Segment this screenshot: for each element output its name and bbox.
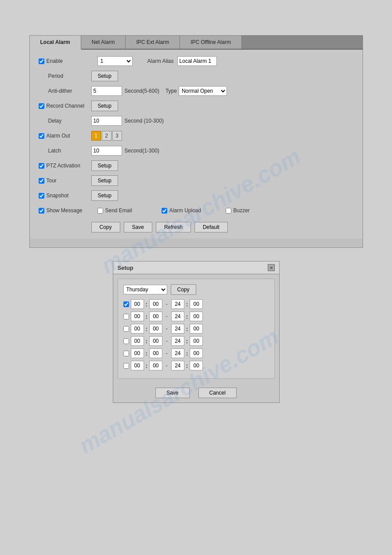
time-row-2-to-m[interactable] bbox=[190, 312, 203, 321]
time-row-5-to-h[interactable] bbox=[171, 348, 184, 358]
time-row-3-from-m[interactable] bbox=[149, 324, 162, 334]
time-sep-5a: : bbox=[146, 350, 147, 357]
day-select[interactable]: Thursday bbox=[123, 285, 167, 294]
delay-label: Delay bbox=[39, 118, 91, 124]
record-checkbox[interactable] bbox=[39, 103, 44, 109]
time-row-4-from-h[interactable] bbox=[131, 336, 144, 346]
time-row-5-from-h[interactable] bbox=[131, 348, 144, 358]
time-row-4-from-m[interactable] bbox=[149, 336, 162, 346]
ptz-label: PTZ Activation bbox=[39, 163, 91, 169]
dialog-copy-btn[interactable]: Copy bbox=[171, 284, 196, 295]
time-sep-2a: : bbox=[146, 313, 147, 320]
time-sep-6a: : bbox=[146, 363, 147, 369]
bottom-btns: Copy Save Refresh Default bbox=[39, 222, 354, 232]
dialog-footer: Save Cancel bbox=[113, 383, 279, 403]
time-row-4-to-h[interactable] bbox=[171, 336, 184, 346]
time-row-2-to-h[interactable] bbox=[171, 312, 184, 321]
refresh-button[interactable]: Refresh bbox=[156, 222, 191, 232]
tab-ipc-ext-alarm[interactable]: IPC Ext Alarm bbox=[126, 36, 180, 49]
copy-button[interactable]: Copy bbox=[91, 222, 120, 232]
time-row-3: : - : bbox=[123, 324, 269, 334]
save-button[interactable]: Save bbox=[124, 222, 152, 232]
time-row-6: : - : bbox=[123, 361, 269, 370]
enable-label: Enable bbox=[39, 58, 91, 64]
alarm-upload-wrap: Alarm Upload bbox=[162, 207, 214, 214]
anti-dither-input[interactable] bbox=[91, 86, 122, 96]
time-row-1-checkbox[interactable] bbox=[123, 301, 129, 307]
tab-net-alarm[interactable]: Net Alarm bbox=[81, 36, 126, 49]
tab-local-alarm[interactable]: Local Alarm bbox=[30, 36, 81, 50]
time-row-1-from-m[interactable] bbox=[149, 299, 162, 309]
default-button[interactable]: Default bbox=[194, 222, 228, 232]
alarm-out-btn-2[interactable]: 2 bbox=[102, 131, 111, 141]
time-row-6-checkbox[interactable] bbox=[123, 363, 129, 369]
time-row-5-from-m[interactable] bbox=[149, 348, 162, 358]
time-row-1-to-m[interactable] bbox=[190, 299, 203, 309]
type-select[interactable]: Normal Open bbox=[179, 86, 227, 96]
time-sep-1b: : bbox=[186, 301, 188, 308]
alarm-out-row: Alarm Out 1 2 3 bbox=[39, 131, 354, 141]
time-row-4: : - : bbox=[123, 336, 269, 346]
delay-input[interactable] bbox=[91, 116, 122, 126]
period-setup-btn[interactable]: Setup bbox=[91, 71, 118, 81]
dialog-cancel-btn[interactable]: Cancel bbox=[198, 388, 237, 398]
tab-ipc-offline-alarm[interactable]: IPC Offline Alarm bbox=[180, 36, 242, 49]
time-row-4-checkbox[interactable] bbox=[123, 338, 129, 344]
time-row-6-from-m[interactable] bbox=[149, 361, 162, 370]
anti-dither-label: Anti-dither bbox=[39, 88, 91, 94]
time-row-6-to-m[interactable] bbox=[190, 361, 203, 370]
main-panel: Local Alarm Net Alarm IPC Ext Alarm IPC … bbox=[29, 35, 363, 248]
time-sep-5b: : bbox=[186, 350, 188, 357]
dialog-save-btn[interactable]: Save bbox=[155, 388, 189, 398]
time-dash-4: - bbox=[166, 338, 168, 344]
alarm-alias-row: Alarm Alias bbox=[147, 56, 217, 66]
time-sep-4b: : bbox=[186, 338, 188, 345]
time-row-1-from-h[interactable] bbox=[131, 299, 144, 309]
time-row-6-to-h[interactable] bbox=[171, 361, 184, 370]
tour-checkbox[interactable] bbox=[39, 178, 44, 184]
alarm-alias-input[interactable] bbox=[177, 56, 217, 66]
tour-setup-btn[interactable]: Setup bbox=[91, 175, 118, 186]
time-row-2-from-m[interactable] bbox=[149, 312, 162, 321]
alarm-upload-checkbox[interactable] bbox=[162, 208, 167, 214]
channel-select[interactable]: 1 bbox=[97, 56, 133, 66]
alarm-out-checkbox[interactable] bbox=[39, 133, 44, 139]
time-row-3-to-m[interactable] bbox=[190, 324, 203, 334]
delay-row: Delay Second (10-300) bbox=[39, 116, 354, 126]
snapshot-checkbox[interactable] bbox=[39, 193, 44, 199]
period-row: Period Setup bbox=[39, 71, 354, 81]
time-row-5-checkbox[interactable] bbox=[123, 351, 129, 356]
buzzer-checkbox[interactable] bbox=[226, 208, 231, 214]
time-row-5-to-m[interactable] bbox=[190, 348, 203, 358]
time-row-2-from-h[interactable] bbox=[131, 312, 144, 321]
alarm-out-btn-1[interactable]: 1 bbox=[91, 131, 101, 141]
tour-row: Tour Setup bbox=[39, 175, 354, 186]
time-dash-5: - bbox=[166, 350, 168, 356]
dialog-close-btn[interactable]: ✕ bbox=[268, 264, 275, 271]
panel-body: Enable 1 Alarm Alias Period Setup Anti-d… bbox=[30, 50, 363, 239]
show-message-checkbox[interactable] bbox=[39, 208, 44, 214]
time-row-4-to-m[interactable] bbox=[190, 336, 203, 346]
enable-checkbox[interactable] bbox=[39, 58, 44, 64]
time-row-2: : - : bbox=[123, 312, 269, 321]
send-email-checkbox[interactable] bbox=[97, 208, 103, 214]
latch-input[interactable] bbox=[91, 146, 122, 156]
dialog-content: Thursday Copy : - : bbox=[118, 279, 275, 379]
time-row-2-checkbox[interactable] bbox=[123, 314, 129, 319]
latch-row: Latch Second(1-300) bbox=[39, 145, 354, 156]
snapshot-setup-btn[interactable]: Setup bbox=[91, 190, 118, 201]
time-row-3-checkbox[interactable] bbox=[123, 326, 129, 332]
send-email-wrap: Send Email bbox=[97, 207, 150, 214]
ptz-row: PTZ Activation Setup bbox=[39, 160, 354, 171]
dialog-title: Setup bbox=[118, 265, 133, 271]
time-row-3-from-h[interactable] bbox=[131, 324, 144, 334]
time-row-1-to-h[interactable] bbox=[171, 299, 184, 309]
time-row-6-from-h[interactable] bbox=[131, 361, 144, 370]
ptz-setup-btn[interactable]: Setup bbox=[91, 160, 118, 171]
time-sep-2b: : bbox=[186, 313, 188, 320]
time-row-3-to-h[interactable] bbox=[171, 324, 184, 334]
time-sep-3a: : bbox=[146, 326, 147, 332]
record-setup-btn[interactable]: Setup bbox=[91, 101, 118, 111]
ptz-checkbox[interactable] bbox=[39, 163, 44, 169]
alarm-out-btn-3[interactable]: 3 bbox=[112, 131, 122, 141]
